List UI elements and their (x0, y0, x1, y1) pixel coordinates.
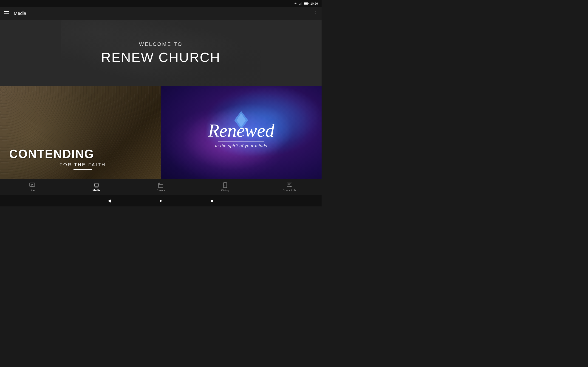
wifi-icon (293, 2, 297, 5)
svg-rect-16 (95, 187, 98, 187)
events-icon (158, 182, 164, 188)
svg-rect-17 (158, 183, 163, 188)
svg-rect-12 (31, 187, 34, 187)
svg-rect-3 (302, 2, 302, 5)
contact-icon (287, 182, 292, 188)
menu-button[interactable] (4, 11, 9, 15)
media-label: Media (93, 189, 100, 192)
signal-icon (299, 2, 303, 5)
main-content: WELCOME TO RENEW CHURCH CONTENDING FOR T… (0, 20, 321, 184)
recents-button[interactable]: ■ (209, 198, 215, 203)
app-title: Media (14, 11, 313, 16)
svg-marker-10 (32, 184, 33, 186)
battery-icon (304, 2, 309, 5)
svg-rect-0 (299, 4, 300, 5)
hero-banner[interactable]: WELCOME TO RENEW CHURCH (61, 20, 261, 86)
svg-rect-15 (95, 187, 97, 187)
live-label: Live (30, 189, 35, 192)
contending-title: CONTENDING (9, 148, 156, 160)
home-button[interactable]: ● (158, 198, 164, 203)
app-bar: Media ⋮ (0, 7, 321, 20)
svg-rect-6 (308, 3, 309, 4)
nav-item-live[interactable]: Live (23, 182, 41, 192)
svg-rect-21 (224, 183, 227, 188)
sys-nav: ◀ ● ■ (0, 195, 321, 206)
hero-welcome-text: WELCOME TO (139, 41, 183, 47)
renewed-divider (218, 142, 264, 142)
contending-subtitle: FOR THE FAITH (9, 162, 156, 167)
live-icon (29, 182, 35, 188)
media-icon (94, 182, 99, 188)
hero-church-name: RENEW CHURCH (101, 50, 220, 65)
svg-rect-2 (301, 3, 301, 5)
bottom-nav: Live Media Events (0, 179, 321, 195)
events-label: Events (157, 189, 165, 192)
nav-item-contact[interactable]: Contact Us (280, 182, 299, 192)
contact-label: Contact Us (283, 189, 296, 192)
contending-card[interactable]: CONTENDING FOR THE FAITH (0, 86, 161, 184)
nav-item-media[interactable]: Media (87, 182, 106, 192)
clock: 10:26 (310, 2, 318, 5)
more-options-button[interactable]: ⋮ (313, 10, 318, 16)
nav-item-events[interactable]: Events (152, 182, 170, 192)
nav-item-giving[interactable]: Giving (216, 182, 234, 192)
renewed-title: Renewed (208, 121, 275, 140)
svg-marker-28 (290, 186, 291, 187)
svg-rect-14 (95, 184, 99, 186)
giving-icon (222, 182, 228, 188)
back-button[interactable]: ◀ (107, 198, 112, 203)
contending-divider (73, 169, 92, 170)
svg-rect-5 (304, 3, 308, 4)
renewed-card[interactable]: Renewed in the spirit of your minds (161, 86, 321, 184)
svg-rect-1 (300, 3, 300, 5)
card-grid: CONTENDING FOR THE FAITH Renewed in the (0, 86, 321, 184)
status-bar: 10:26 (0, 0, 321, 7)
renewed-subtitle: in the spirit of your minds (215, 144, 267, 148)
giving-label: Giving (221, 189, 229, 192)
svg-rect-11 (32, 186, 33, 187)
